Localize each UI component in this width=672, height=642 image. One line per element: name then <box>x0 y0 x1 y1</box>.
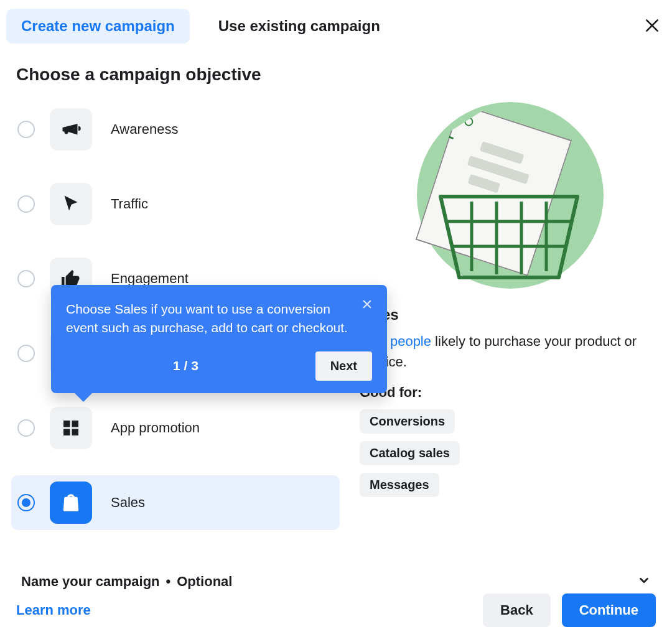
back-button[interactable]: Back <box>483 593 551 627</box>
close-icon <box>644 17 660 35</box>
tab-create-new-campaign[interactable]: Create new campaign <box>6 9 190 44</box>
radio-awareness[interactable] <box>17 121 35 138</box>
objective-app-promotion[interactable]: App promotion <box>11 401 340 455</box>
radio-sales[interactable] <box>17 494 35 511</box>
summary-description: Find people likely to purchase your prod… <box>360 331 661 372</box>
objective-label: Traffic <box>111 196 148 212</box>
footer: Learn more Back Continue <box>0 582 672 638</box>
megaphone-icon <box>50 108 92 151</box>
objective-awareness[interactable]: Awareness <box>11 102 340 157</box>
pointer-icon <box>50 183 92 225</box>
popover-close-button[interactable] <box>358 296 376 314</box>
objective-label: App promotion <box>111 420 200 436</box>
summary-title: Sales <box>360 306 661 323</box>
good-for-chips: Conversions Catalog sales Messages <box>360 409 661 497</box>
popover-text: Choose Sales if you want to use a conver… <box>66 300 372 338</box>
objective-summary: Sales Find people likely to purchase you… <box>360 102 661 530</box>
sales-illustration <box>417 102 604 289</box>
continue-button[interactable]: Continue <box>562 593 656 627</box>
shopping-bag-icon <box>50 482 92 524</box>
guidance-popover: Choose Sales if you want to use a conver… <box>51 285 387 393</box>
close-icon <box>362 299 373 312</box>
close-button[interactable] <box>638 12 666 40</box>
radio-app-promotion[interactable] <box>17 419 35 437</box>
objective-label: Awareness <box>111 121 178 137</box>
chip-conversions: Conversions <box>360 409 455 434</box>
chip-messages: Messages <box>360 473 439 497</box>
objective-traffic[interactable]: Traffic <box>11 177 340 231</box>
page-title: Choose a campaign objective <box>0 51 672 102</box>
objective-label: Sales <box>111 495 145 511</box>
radio-engagement[interactable] <box>17 270 35 287</box>
chip-catalog-sales: Catalog sales <box>360 441 460 465</box>
app-grid-icon <box>50 407 92 449</box>
radio-traffic[interactable] <box>17 195 35 213</box>
popover-page-indicator: 1 / 3 <box>173 358 198 373</box>
objective-sales[interactable]: Sales <box>11 475 340 530</box>
good-for-label: Good for: <box>360 384 661 401</box>
summary-people-link[interactable]: people <box>390 333 431 349</box>
radio-leads[interactable] <box>17 345 35 362</box>
learn-more-link[interactable]: Learn more <box>16 602 91 618</box>
popover-next-button[interactable]: Next <box>315 351 372 381</box>
tabs-row: Create new campaign Use existing campaig… <box>0 0 672 51</box>
tab-use-existing-campaign[interactable]: Use existing campaign <box>203 9 395 44</box>
